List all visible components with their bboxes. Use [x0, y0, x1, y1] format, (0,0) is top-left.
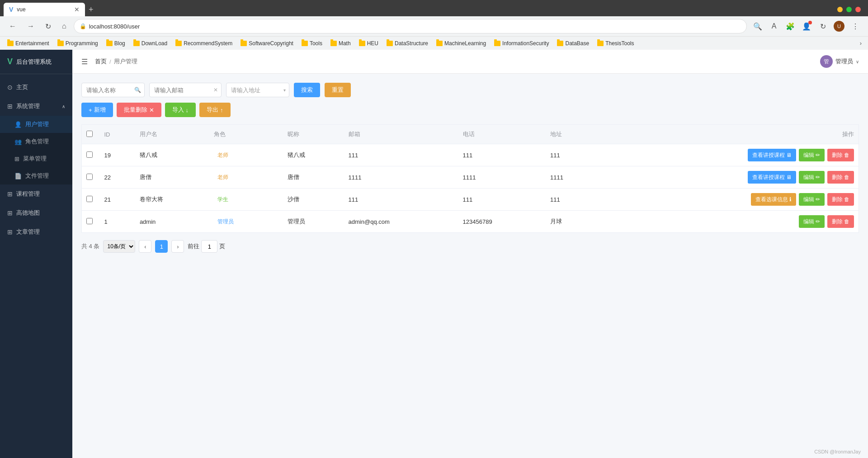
- col-username: 用户名: [135, 125, 209, 144]
- bookmark-download[interactable]: DownLoad: [130, 39, 171, 47]
- bookmark-label: DataStructure: [395, 40, 428, 47]
- edit-button[interactable]: 编辑 ✏: [799, 149, 825, 161]
- delete-button[interactable]: 删除 🗑: [827, 171, 854, 184]
- view-select-button[interactable]: 查看选课信息 ℹ: [751, 193, 796, 206]
- cell-username: 卷帘大将: [135, 189, 209, 211]
- delete-icon: 🗑: [844, 218, 849, 225]
- file-icon: 📄: [14, 173, 22, 179]
- reload-button[interactable]: ↻: [42, 20, 55, 33]
- sidebar-item-file[interactable]: 📄 文件管理: [0, 167, 72, 184]
- edit-button[interactable]: 编辑 ✏: [799, 193, 825, 206]
- add-user-button[interactable]: + 新增: [81, 103, 113, 117]
- email-filter-input[interactable]: [149, 83, 222, 97]
- view-course-label: 查看讲授课程: [752, 174, 785, 181]
- cell-id: 19: [100, 144, 135, 166]
- sidebar-submenu-system: 👤 用户管理 👥 角色管理 ⊞ 菜单管理 📄 文件管理: [0, 116, 72, 184]
- footer-text: CSDN @IronmanJay: [814, 449, 861, 454]
- new-tab-button[interactable]: +: [85, 3, 97, 16]
- more-options-icon[interactable]: ⋮: [848, 19, 863, 33]
- table-row: 1 admin 管理员 管理员 admin@qq.com 123456789 月…: [82, 211, 859, 233]
- extension-icon[interactable]: 🧩: [783, 19, 797, 33]
- view-course-button[interactable]: 查看讲授课程 🖥: [748, 149, 796, 161]
- browser-tab[interactable]: V vue ✕: [4, 3, 85, 16]
- back-button[interactable]: ←: [5, 20, 20, 32]
- bookmark-machinelearning[interactable]: MachineLearning: [433, 39, 490, 47]
- next-page-button[interactable]: ›: [171, 240, 184, 253]
- reset-button[interactable]: 重置: [325, 83, 351, 97]
- bookmark-blog[interactable]: Blog: [103, 39, 129, 47]
- browser-toolbar: 🔍 A 🧩 👤 ↻ U ⋮: [750, 19, 863, 33]
- delete-button[interactable]: 删除 🗑: [827, 149, 854, 161]
- row-checkbox[interactable]: [86, 196, 93, 202]
- goto-input[interactable]: [201, 240, 217, 253]
- update-icon[interactable]: ↻: [816, 19, 830, 33]
- account-icon[interactable]: 👤: [799, 19, 814, 33]
- export-button[interactable]: 导出 ↑: [199, 103, 231, 117]
- bookmark-thesistools[interactable]: ThesisTools: [594, 39, 637, 47]
- sidebar-item-system[interactable]: ⊞ 系统管理 ∧: [0, 97, 72, 116]
- delete-button[interactable]: 删除 🗑: [827, 215, 854, 228]
- breadcrumb-separator: /: [109, 58, 111, 65]
- sidebar-item-course[interactable]: ⊞ 课程管理: [0, 184, 72, 203]
- address-filter-select[interactable]: 请输入地址: [226, 83, 289, 97]
- page-size-select[interactable]: 10条/页 20条/页 50条/页: [103, 240, 135, 253]
- forward-button[interactable]: →: [24, 20, 38, 32]
- bookmark-informationsecurity[interactable]: InformationSecurity: [491, 39, 552, 47]
- folder-icon: [597, 41, 604, 46]
- row-checkbox[interactable]: [86, 151, 93, 158]
- bookmark-tools[interactable]: Tools: [298, 39, 326, 47]
- prev-page-button[interactable]: ‹: [139, 240, 151, 253]
- bookmark-entertainment[interactable]: Entertainment: [4, 39, 53, 47]
- page-1-button[interactable]: 1: [155, 240, 168, 253]
- hamburger-menu-icon[interactable]: ☰: [81, 57, 88, 66]
- bookmark-math[interactable]: Math: [327, 39, 354, 47]
- edit-icon: ✏: [816, 196, 820, 203]
- bookmark-database[interactable]: DataBase: [553, 39, 593, 47]
- bookmark-recommendsystem[interactable]: RecommendSystem: [172, 39, 236, 47]
- search-button[interactable]: 搜索: [294, 83, 320, 97]
- breadcrumb-home[interactable]: 首页: [95, 57, 107, 66]
- edit-button[interactable]: 编辑 ✏: [799, 215, 825, 228]
- tab-close-button[interactable]: ✕: [74, 6, 80, 13]
- close-button[interactable]: [855, 7, 861, 12]
- role-badge: 老师: [214, 151, 232, 160]
- home-button[interactable]: ⌂: [58, 20, 70, 32]
- sidebar-item-user[interactable]: 👤 用户管理: [0, 116, 72, 133]
- avatar-icon[interactable]: U: [832, 19, 846, 33]
- table-row: 22 唐僧 老师 唐僧 1111 1111 1111 查看讲授课程: [82, 166, 859, 189]
- delete-button[interactable]: 删除 🗑: [827, 193, 854, 206]
- bookmark-label: Tools: [310, 40, 322, 47]
- menu-icon: ⊞: [14, 156, 19, 162]
- minimize-button[interactable]: [837, 7, 843, 12]
- translate-icon[interactable]: A: [767, 19, 781, 33]
- address-bar[interactable]: 🔒 localhost:8080/user: [74, 19, 747, 33]
- batch-delete-button[interactable]: 批量删除 ✕: [117, 103, 161, 117]
- view-course-button[interactable]: 查看讲授课程 🖥: [748, 171, 796, 184]
- bookmark-datastructure[interactable]: DataStructure: [383, 39, 432, 47]
- email-clear-icon[interactable]: ✕: [213, 87, 218, 93]
- folder-icon: [359, 41, 365, 46]
- bookmarks-more-button[interactable]: ›: [857, 39, 864, 47]
- maximize-button[interactable]: [846, 7, 852, 12]
- import-button[interactable]: 导入 ↓: [165, 103, 196, 117]
- row-checkbox[interactable]: [86, 218, 93, 224]
- sidebar-item-role[interactable]: 👥 角色管理: [0, 133, 72, 150]
- select-all-checkbox[interactable]: [86, 131, 93, 137]
- close-icon: ✕: [149, 107, 154, 113]
- admin-info[interactable]: 管 管理员 ∨: [820, 55, 859, 68]
- sidebar-item-article[interactable]: ⊞ 文章管理: [0, 222, 72, 241]
- folder-icon: [7, 41, 14, 46]
- sidebar-item-menu[interactable]: ⊞ 菜单管理: [0, 150, 72, 167]
- edit-button[interactable]: 编辑 ✏: [799, 171, 825, 184]
- search-toolbar-icon[interactable]: 🔍: [750, 19, 765, 33]
- sidebar-item-map[interactable]: ⊞ 高德地图: [0, 203, 72, 222]
- delete-icon: 🗑: [844, 174, 849, 180]
- page-header: ☰ 首页 / 用户管理 管 管理员 ∨: [72, 50, 868, 74]
- bookmark-heu[interactable]: HEU: [355, 39, 382, 47]
- bookmark-programming[interactable]: Programming: [54, 39, 102, 47]
- row-checkbox[interactable]: [86, 174, 93, 180]
- col-role: 角色: [209, 125, 283, 144]
- bookmark-softwarecopyright[interactable]: SoftwareCopyright: [237, 39, 297, 47]
- sidebar-item-home[interactable]: ⊙ 主页: [0, 78, 72, 97]
- cell-phone: 1111: [458, 166, 546, 189]
